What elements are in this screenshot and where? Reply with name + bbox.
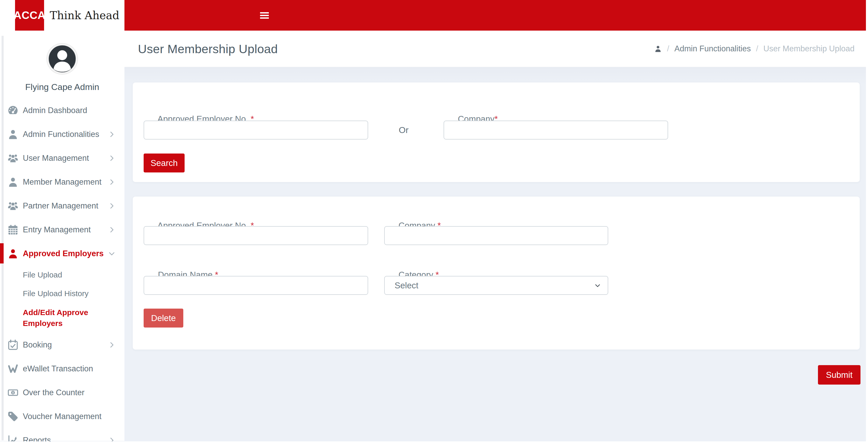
avatar	[47, 43, 78, 74]
users-icon	[7, 200, 19, 212]
hamburger-menu-icon[interactable]	[260, 12, 269, 19]
acca-logo: ACCA	[15, 0, 44, 31]
breadcrumb-separator: /	[756, 44, 758, 53]
sidebar-menu: Admin Dashboard Admin Functionalities Us…	[0, 98, 124, 445]
sidebar-item-ewallet-transaction[interactable]: eWallet Transaction	[0, 357, 124, 381]
sidebar-item-user-management[interactable]: User Management	[0, 146, 124, 170]
banknote-icon	[7, 387, 19, 398]
chevron-down-icon	[107, 250, 116, 258]
domain-name-input[interactable]	[144, 276, 368, 295]
category-select[interactable]: Select	[384, 276, 608, 295]
vertical-scrollbar[interactable]	[866, 0, 868, 445]
sidebar-item-approved-employers[interactable]: Approved Employers	[0, 242, 124, 266]
company-input[interactable]	[384, 226, 608, 245]
brand-logo-area[interactable]: ACCA Think Ahead	[0, 0, 124, 31]
sidebar-item-member-management[interactable]: Member Management	[0, 170, 124, 194]
person-icon	[7, 176, 19, 188]
employer-edit-card: Approved Employer No. * Company * Domain…	[133, 197, 860, 350]
chevron-right-icon	[107, 341, 116, 349]
employer-search-card: Approved Employer No. * Or Company* Sear…	[133, 83, 860, 182]
person-icon	[7, 128, 19, 140]
horizontal-scrollbar[interactable]	[0, 441, 868, 445]
sidebar-subitem-add-edit-approve-employers[interactable]: Add/Edit Approve Employers	[0, 303, 124, 333]
chevron-right-icon	[107, 178, 116, 186]
sidebar-item-partner-management[interactable]: Partner Management	[0, 194, 124, 218]
dashboard-gauge-icon	[7, 105, 19, 116]
calendar-icon	[7, 224, 19, 236]
approved-employer-no-input[interactable]	[144, 226, 368, 245]
sidebar-item-voucher-management[interactable]: Voucher Management	[0, 405, 124, 428]
sidebar-item-admin-dashboard[interactable]: Admin Dashboard	[0, 98, 124, 122]
breadcrumb-user-icon	[654, 45, 662, 53]
category-selected-value: Select	[395, 280, 418, 291]
or-label: Or	[399, 121, 409, 140]
page-title: User Membership Upload	[138, 42, 278, 56]
tag-icon	[7, 411, 19, 422]
submit-button[interactable]: Submit	[818, 365, 861, 385]
search-button[interactable]: Search	[144, 153, 185, 173]
users-icon	[7, 152, 19, 164]
chevron-down-icon	[594, 282, 601, 289]
sidebar-item-entry-management[interactable]: Entry Management	[0, 218, 124, 242]
chevron-right-icon	[107, 202, 116, 210]
breadcrumb-item-current: User Membership Upload	[764, 44, 855, 53]
approved-employer-no-input[interactable]	[144, 121, 368, 140]
person-icon	[7, 248, 19, 260]
breadcrumb: / Admin Functionalities / User Membershi…	[654, 44, 855, 53]
sidebar-item-over-the-counter[interactable]: Over the Counter	[0, 381, 124, 405]
sidebar: Flying Cape Admin Admin Dashboard Admin …	[0, 31, 124, 441]
chevron-right-icon	[107, 226, 116, 234]
breadcrumb-item-admin-functionalities[interactable]: Admin Functionalities	[674, 44, 751, 53]
top-navbar	[124, 0, 868, 31]
sidebar-subitem-file-upload[interactable]: File Upload	[0, 266, 124, 284]
acca-admin-portal: ACCA Think Ahead Flying Cape Admin Admin…	[0, 0, 868, 445]
delete-button[interactable]: Delete	[144, 308, 183, 328]
chevron-right-icon	[107, 154, 116, 162]
company-input[interactable]	[443, 121, 668, 140]
breadcrumb-separator: /	[667, 44, 670, 53]
sidebar-item-booking[interactable]: Booking	[0, 333, 124, 357]
calendar-check-icon	[7, 339, 19, 351]
sidebar-item-admin-functionalities[interactable]: Admin Functionalities	[0, 122, 124, 146]
admin-user-name: Flying Cape Admin	[0, 82, 124, 92]
page-header: User Membership Upload / Admin Functiona…	[124, 31, 868, 67]
ewallet-icon	[7, 363, 19, 375]
sidebar-subitem-file-upload-history[interactable]: File Upload History	[0, 284, 124, 303]
chevron-right-icon	[107, 130, 116, 138]
brand-tagline: Think Ahead	[50, 0, 120, 31]
